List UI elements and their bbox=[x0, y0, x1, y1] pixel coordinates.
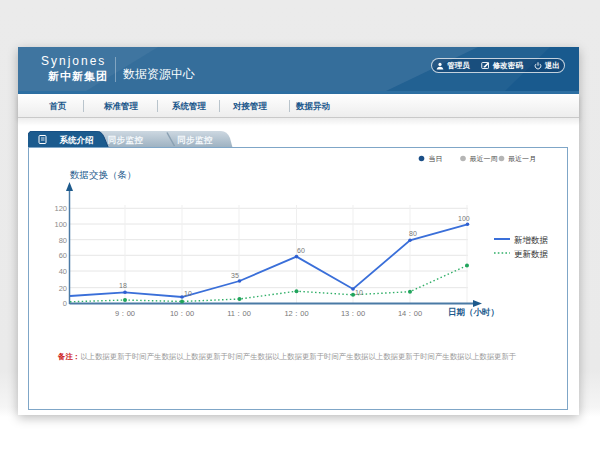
svg-text:数据交换（条）: 数据交换（条） bbox=[70, 169, 137, 180]
svg-text:新增数据: 新增数据 bbox=[514, 235, 549, 245]
svg-text:40: 40 bbox=[59, 267, 67, 276]
svg-text:80: 80 bbox=[59, 236, 67, 245]
svg-text:日期（小时）: 日期（小时） bbox=[448, 307, 499, 317]
svg-text:同步监控: 同步监控 bbox=[177, 135, 213, 145]
svg-text:10：00: 10：00 bbox=[170, 309, 194, 318]
svg-text:120: 120 bbox=[54, 204, 67, 213]
svg-text:80: 80 bbox=[409, 230, 417, 237]
svg-text:最近一周: 最近一周 bbox=[470, 155, 498, 162]
svg-text:11：00: 11：00 bbox=[227, 309, 251, 318]
svg-text:35: 35 bbox=[231, 272, 239, 279]
svg-text:100: 100 bbox=[54, 220, 67, 229]
svg-text:14：00: 14：00 bbox=[398, 309, 422, 318]
svg-text:20: 20 bbox=[59, 284, 67, 293]
svg-text:当日: 当日 bbox=[429, 155, 443, 163]
svg-text:更新数据: 更新数据 bbox=[514, 249, 549, 259]
svg-text:9：00: 9：00 bbox=[115, 309, 135, 318]
svg-text:10: 10 bbox=[355, 289, 363, 296]
svg-text:18: 18 bbox=[119, 282, 127, 289]
svg-text:100: 100 bbox=[458, 215, 470, 222]
svg-text:同步监控: 同步监控 bbox=[108, 135, 144, 145]
svg-text:60: 60 bbox=[297, 247, 305, 254]
svg-text:13：00: 13：00 bbox=[341, 309, 365, 318]
svg-text:系统介绍: 系统介绍 bbox=[59, 135, 95, 145]
svg-text:60: 60 bbox=[59, 251, 67, 260]
svg-text:最近一月: 最近一月 bbox=[508, 155, 536, 163]
svg-text:10: 10 bbox=[184, 290, 192, 297]
svg-text:12：00: 12：00 bbox=[284, 309, 308, 318]
svg-text:0: 0 bbox=[63, 299, 67, 308]
